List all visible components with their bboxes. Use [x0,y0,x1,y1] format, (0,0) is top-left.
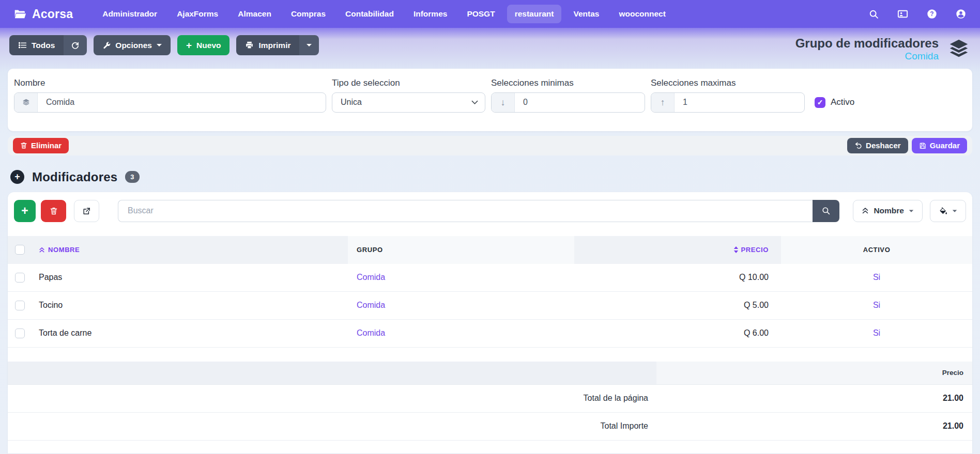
guardar-button[interactable]: Guardar [912,138,967,153]
grid-toolbar: + Nombre [8,192,972,229]
sort-both-icon [733,246,739,253]
opciones-label: Opciones [115,41,152,50]
total-importe-label: Total Importe [8,413,656,440]
nuevo-button[interactable]: + Nuevo [177,35,229,55]
cell-activo: Si [781,273,972,282]
column-header-nombre[interactable]: Nombre [32,236,348,264]
imprimir-dropdown-button[interactable] [299,35,319,55]
refresh-icon [71,41,80,50]
search-button[interactable] [813,200,839,222]
column-header-precio[interactable]: Precio [574,236,781,264]
nav-item-contabilidad[interactable]: Contabilidad [338,5,402,23]
page-head: Grupo de modificadores Comida [795,36,971,62]
plus-icon: + [186,40,192,51]
caret-down-icon [953,210,957,212]
list-icon [18,41,27,50]
plus-icon: + [21,204,28,218]
todos-button-group: Todos [9,35,87,55]
selecciones-minimas-group: ↓ [491,92,645,113]
table-row[interactable]: Torta de carne Comida Q 6.00 Si [8,320,972,348]
total-pagina-value: 21.00 [656,385,972,412]
arrow-down-icon: ↓ [492,93,515,112]
caret-down-icon [909,210,914,212]
eliminar-button[interactable]: Eliminar [13,138,69,153]
tipo-seleccion-value: Unica [341,98,362,107]
cell-activo: Si [781,328,972,338]
imprimir-label: Imprimir [258,41,290,50]
todos-button[interactable]: Todos [9,35,64,55]
imprimir-button-group: Imprimir [236,35,319,55]
row-checkbox[interactable] [15,328,25,338]
table-row[interactable]: Papas Comida Q 10.00 Si [8,264,972,292]
user-account-icon[interactable] [955,8,967,20]
grupo-link[interactable]: Comida [357,301,385,309]
table-row[interactable]: Tocino Comida Q 5.00 Si [8,292,972,320]
paint-dropdown[interactable] [930,200,966,222]
cell-precio: Q 6.00 [574,328,781,338]
opciones-button[interactable]: Opciones [94,35,171,55]
help-icon[interactable]: ? [926,8,938,20]
nav-item-compras[interactable]: Compras [283,5,333,23]
nombre-label: Nombre [14,78,326,88]
wrench-icon [102,41,111,50]
deshacer-button[interactable]: Deshacer [847,138,908,153]
column-header-grupo[interactable]: Grupo [348,236,574,264]
delete-rows-button[interactable] [41,200,66,222]
add-row-button[interactable]: + [14,200,36,222]
trash-icon [20,142,27,149]
trash-icon [50,207,58,215]
folder-icon [13,7,27,21]
nav-item-ajaxforms[interactable]: AjaxForms [169,5,226,23]
grid-footer-band: Precio [8,362,972,385]
total-importe-row: Total Importe 21.00 [8,413,972,441]
row-checkbox[interactable] [15,273,25,283]
nav-item-administrador[interactable]: Administrador [95,5,165,23]
grupo-link[interactable]: Comida [357,328,385,337]
grid-body: Papas Comida Q 10.00 Si Tocino Comida Q … [8,264,972,348]
toolbar-buttons: Todos Opciones + Nuevo Impri [9,35,319,55]
selecciones-maximas-input[interactable] [675,93,804,112]
form-action-bar: Eliminar Deshacer Guardar [8,136,972,155]
arrow-up-icon: ↑ [651,93,675,112]
caret-down-icon [157,44,162,46]
printer-icon [245,41,254,50]
save-icon [919,142,926,149]
page-toolbar: Todos Opciones + Nuevo Impri [0,28,980,62]
paint-bucket-icon [939,207,947,215]
tipo-seleccion-select[interactable]: Unica [332,92,485,113]
count-badge: 3 [125,171,139,183]
nav-item-almacen[interactable]: Almacen [230,5,279,23]
nav-item-posgt[interactable]: POSGT [459,5,502,23]
sort-dropdown[interactable]: Nombre [853,200,923,222]
selecciones-minimas-input[interactable] [515,93,645,112]
nav-item-informes[interactable]: Informes [406,5,455,23]
expand-plus-icon[interactable]: + [10,170,24,184]
search-input[interactable] [118,200,813,222]
cell-precio: Q 10.00 [574,273,781,282]
column-header-activo[interactable]: Activo [781,236,972,264]
grid-header: Nombre Grupo Precio Activo [8,236,972,264]
nombre-input[interactable] [38,93,326,112]
select-all-checkbox[interactable] [15,245,25,255]
refresh-button[interactable] [64,35,87,55]
brand-name: Acorsa [32,7,73,21]
screen-share-icon[interactable] [897,8,909,20]
cell-activo: Si [781,301,972,310]
nav-item-ventas[interactable]: Ventas [565,5,607,23]
activo-checkbox[interactable]: ✓ [815,97,825,108]
caret-down-icon [307,44,312,46]
search-icon[interactable] [868,9,879,20]
row-checkbox[interactable] [15,301,25,310]
nav-item-restaurant[interactable]: restaurant [507,5,562,23]
footer-precio-label: Precio [656,362,972,384]
grupo-link[interactable]: Comida [357,273,385,281]
imprimir-button[interactable]: Imprimir [236,35,299,55]
activo-label: Activo [831,97,854,107]
nav-item-wooconnect[interactable]: wooconnect [611,5,673,23]
selecciones-maximas-label: Selecciones maximas [651,78,805,88]
svg-text:?: ? [930,10,933,18]
nombre-input-group [14,92,326,113]
brand[interactable]: Acorsa [13,7,73,21]
export-button[interactable] [74,200,99,222]
undo-icon [854,142,862,149]
